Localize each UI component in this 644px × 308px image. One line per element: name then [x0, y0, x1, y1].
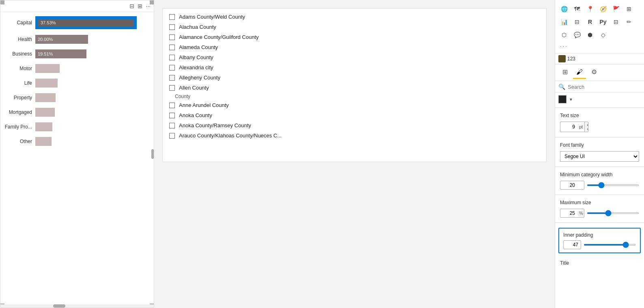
bar-row-life[interactable]: Life — [4, 79, 147, 88]
county-name-albany: Albany County — [179, 54, 213, 60]
county-checkbox-alachua[interactable] — [169, 24, 175, 30]
text-size-down[interactable]: ▼ — [585, 127, 588, 132]
bar-other — [35, 137, 52, 146]
horizontal-scrollbar-thumb[interactable] — [53, 304, 65, 308]
max-size-input[interactable]: 25 — [560, 209, 577, 217]
viz-icon-globe[interactable]: 🌐 — [558, 3, 570, 15]
county-item-alamance[interactable]: Alamance County/Guilford County — [163, 32, 546, 42]
county-checkbox-anne[interactable] — [169, 103, 175, 108]
county-checkbox-arauco[interactable] — [169, 133, 175, 139]
bar-container-life[interactable] — [35, 79, 147, 88]
county-checkbox-adams[interactable] — [169, 14, 175, 20]
color-swatch[interactable] — [558, 95, 566, 103]
viz-icon-r[interactable]: R — [584, 16, 596, 28]
bar-container-mortgaged[interactable] — [35, 108, 147, 117]
bar-row-business[interactable]: Business 19.51% — [4, 49, 147, 58]
viz-icon-table2[interactable]: ⊟ — [610, 16, 622, 28]
bar-selected-wrapper: 37.53% — [35, 16, 137, 29]
bar-row-mortgaged[interactable]: Mortgaged — [4, 108, 147, 117]
bar-container-health[interactable]: 20.00% — [35, 35, 147, 44]
bar-label-motor: Motor — [4, 66, 32, 71]
county-item-alameda[interactable]: Alameda County — [163, 42, 546, 52]
county-checkbox-allegheny[interactable] — [169, 75, 175, 81]
bar-row-capital[interactable]: Capital 37.53% — [4, 16, 147, 29]
field-badge: 123 — [558, 55, 575, 62]
bar-label-property: Property — [4, 95, 32, 101]
county-name-adams: Adams County/Weld County — [179, 14, 245, 20]
county-checkbox-albany[interactable] — [169, 55, 175, 60]
bar-row-health[interactable]: Health 20.00% — [4, 35, 147, 44]
tab-icon-analytics[interactable]: ⚙ — [588, 66, 601, 79]
text-size-input-box: 9 pt ▲ ▼ — [560, 122, 588, 132]
bar-value-capital: 37.53% — [41, 20, 56, 25]
county-item-albany[interactable]: Albany County — [163, 52, 546, 62]
text-size-input[interactable]: 9 — [560, 123, 577, 131]
viz-icon-grid[interactable]: ⊟ — [571, 16, 583, 28]
viz-icon-shapes2[interactable]: ⬢ — [584, 29, 596, 41]
resize-handle-tr[interactable] — [150, 0, 154, 4]
text-size-up[interactable]: ▲ — [585, 122, 588, 127]
filter-icon[interactable]: ⊟ — [129, 3, 134, 9]
bar-container-capital[interactable]: 37.53% — [35, 16, 147, 29]
viz-icon-flag[interactable]: 🚩 — [610, 3, 622, 15]
min-cat-width-slider[interactable] — [587, 184, 639, 186]
title-section: Title — [555, 257, 644, 269]
min-cat-width-row: 20 — [560, 181, 639, 190]
county-checkbox-alexandria[interactable] — [169, 65, 175, 71]
expand-icon[interactable]: ⊞ — [138, 3, 142, 9]
inner-padding-unit: % — [581, 242, 581, 247]
tab-icon-grid[interactable]: ⊞ — [558, 66, 571, 79]
font-family-select[interactable]: Segoe UI Arial Calibri Times New Roman — [560, 151, 639, 162]
county-checkbox-alamance[interactable] — [169, 34, 175, 40]
tab-icon-paint[interactable]: 🖌 — [573, 66, 586, 79]
color-dropdown-arrow[interactable]: ▼ — [569, 97, 573, 102]
viz-icon-edit[interactable]: ✏ — [623, 16, 635, 28]
county-list: Adams County/Weld County Alachua County … — [163, 9, 546, 144]
bar-container-business[interactable]: 19.51% — [35, 49, 147, 58]
county-item-alexandria[interactable]: Alexandria city — [163, 62, 546, 73]
county-item-adams[interactable]: Adams County/Weld County — [163, 12, 546, 22]
inner-padding-input[interactable]: 47 — [564, 241, 581, 249]
bar-property — [35, 93, 56, 102]
county-checkbox-alameda[interactable] — [169, 45, 175, 50]
min-cat-width-input[interactable]: 20 — [560, 181, 577, 189]
resize-handle-tl[interactable] — [0, 0, 4, 4]
bar-row-property[interactable]: Property — [4, 93, 147, 102]
bar-label-health: Health — [4, 36, 32, 42]
viz-icon-chart[interactable]: 📊 — [558, 16, 570, 28]
divider-1 — [555, 107, 644, 108]
county-item-allen[interactable]: Allen County — [163, 83, 546, 93]
viz-icon-shapes[interactable]: ⬡ — [558, 29, 570, 41]
bar-row-motor[interactable]: Motor — [4, 64, 147, 73]
resize-handle-right[interactable] — [151, 149, 154, 159]
bar-container-family[interactable] — [35, 122, 147, 131]
county-item-arauco[interactable]: Arauco County/Klahoas County/Nueces C... — [163, 130, 546, 141]
viz-icon-compass[interactable]: 🧭 — [597, 3, 609, 15]
max-size-slider[interactable] — [587, 212, 639, 214]
bar-container-property[interactable] — [35, 93, 147, 102]
bar-row-family[interactable]: Family Pro... — [4, 122, 147, 131]
search-input[interactable] — [568, 84, 641, 90]
viz-icon-diamond[interactable]: ◇ — [597, 29, 609, 41]
county-checkbox-allen[interactable] — [169, 85, 175, 91]
bar-container-motor[interactable] — [35, 64, 147, 73]
county-item-anne[interactable]: Anne Arundel County — [163, 100, 546, 110]
county-checkbox-anoka-ramsey[interactable] — [169, 123, 175, 128]
county-checkbox-anoka[interactable] — [169, 113, 175, 118]
bar-health: 20.00% — [35, 35, 88, 44]
county-item-allegheny[interactable]: Allegheny County — [163, 73, 546, 83]
viz-icon-table[interactable]: ⊞ — [623, 3, 635, 15]
inner-padding-slider[interactable] — [584, 244, 636, 246]
county-subrow-allen-1-text: County — [175, 94, 190, 99]
horizontal-scrollbar[interactable] — [0, 304, 154, 308]
bar-row-other[interactable]: Other — [4, 137, 147, 146]
county-item-anoka-ramsey[interactable]: Anoka County/Ramsey County — [163, 120, 546, 130]
county-item-alachua[interactable]: Alachua County — [163, 22, 546, 32]
viz-icon-pin[interactable]: 📍 — [584, 3, 596, 15]
viz-icon-speech[interactable]: 💬 — [571, 29, 583, 41]
search-icon: 🔍 — [558, 83, 565, 90]
county-item-anoka[interactable]: Anoka County — [163, 110, 546, 120]
bar-container-other[interactable] — [35, 137, 147, 146]
viz-icon-map[interactable]: 🗺 — [571, 3, 583, 15]
viz-icon-py[interactable]: Py — [597, 16, 609, 28]
